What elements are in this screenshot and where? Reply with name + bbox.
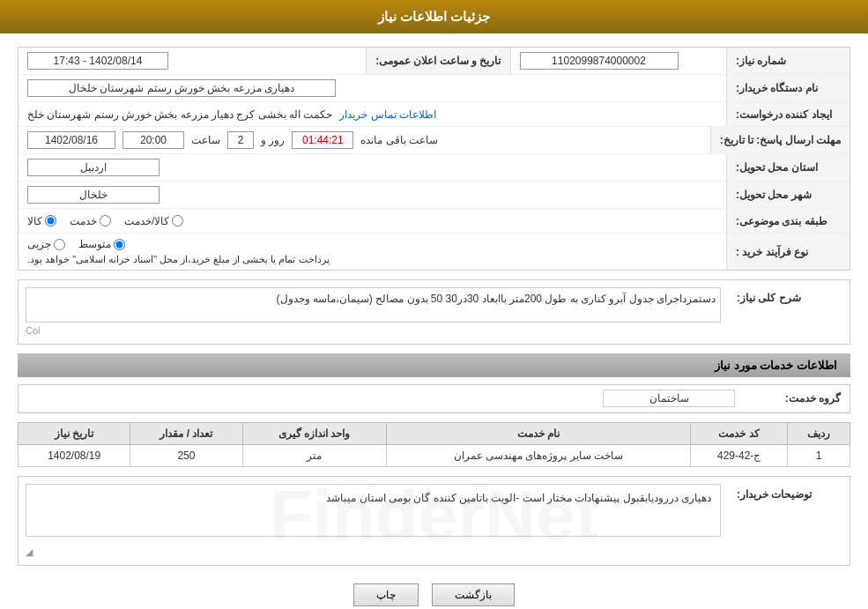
row-category: طبقه بندی موضوعی: کالا/خدمت خدمت <box>19 209 849 234</box>
need-number-value: 1102099874000002 <box>511 48 727 74</box>
table-cell-1: ج-42-429 <box>691 445 788 467</box>
announce-label: تاریخ و ساعت اعلان عمومی: <box>366 48 510 74</box>
process-radio-small[interactable] <box>54 239 65 250</box>
table-cell-2: ساخت سایر پروژه‌های مهندسی عمران <box>386 445 691 467</box>
category-label: طبقه بندی موضوعی: <box>726 209 849 233</box>
table-cell-4: 250 <box>130 445 242 467</box>
days-label: روز و <box>261 134 285 146</box>
category-label-goods: کالا <box>27 215 42 227</box>
need-desc-label: شرح کلی نیاز: <box>728 287 842 308</box>
need-desc-wrapper: دستمزداجرای جدول آبرو کناری به طول 200مت… <box>26 287 721 337</box>
category-option-1: کالا <box>27 215 56 227</box>
response-deadline-label: مهلت ارسال پاسخ: تا تاریخ: <box>710 127 849 153</box>
category-label-service: خدمت <box>70 215 97 227</box>
category-radio-service-goods[interactable] <box>172 215 183 227</box>
service-group-label: گروه خدمت: <box>735 392 841 405</box>
row-response-deadline: مهلت ارسال پاسخ: تا تاریخ: ساعت باقی مان… <box>19 127 849 154</box>
category-value: کالا/خدمت خدمت کالا <box>19 209 726 233</box>
row-process: نوع فرآیند خرید : متوسط جزیی <box>19 234 849 270</box>
need-number-box: 1102099874000002 <box>520 52 679 70</box>
main-info-section: شماره نیاز: 1102099874000002 تاریخ و ساع… <box>18 47 850 271</box>
process-label: نوع فرآیند خرید : <box>726 234 849 270</box>
page-header: جزئیات اطلاعات نیاز <box>0 0 868 33</box>
table-cell-5: 1402/08/19 <box>19 445 130 467</box>
announce-value: 1402/08/14 - 17:43 <box>19 48 366 74</box>
col-label-2: ◢ <box>26 546 33 557</box>
row-creator: ایجاد کننده درخواست: اطلاعات تماس خریدار… <box>19 102 849 127</box>
category-label-service-goods: کالا/خدمت <box>124 215 169 227</box>
time-label: ساعت <box>191 134 220 146</box>
buyer-box: دهیاری مزرعه بخش خورش رستم شهرستان خلخال <box>27 79 336 97</box>
city-label: شهر محل تحویل: <box>726 182 849 208</box>
announce-box: 1402/08/14 - 17:43 <box>27 52 168 70</box>
col-header-qty: تعداد / مقدار <box>130 423 242 445</box>
row-buyer: نام دستگاه خریدار: دهیاری مزرعه بخش خورش… <box>19 75 849 102</box>
process-option-medium: متوسط <box>78 238 125 250</box>
creator-value: اطلاعات تماس خریدار حکمت اله بخشی کرج ده… <box>19 102 726 126</box>
page-title: جزئیات اطلاعات نیاز <box>378 9 490 24</box>
col-header-name: نام خدمت <box>386 423 691 445</box>
service-info-title: اطلاعات خدمات مورد نیاز <box>18 353 850 377</box>
process-description: پرداخت تمام یا بخشی از مبلغ خرید،از محل … <box>27 254 334 265</box>
service-group-row: گروه خدمت: ساختمان <box>19 385 849 412</box>
city-box: خلخال <box>27 186 160 204</box>
category-radio-service[interactable] <box>100 215 111 227</box>
days-value: 2 <box>227 131 254 149</box>
category-radio-goods[interactable] <box>45 215 56 227</box>
response-deadline-value: ساعت باقی مانده 01:44:21 روز و 2 ساعت 20… <box>19 127 710 153</box>
table-cell-3: متر <box>242 445 386 467</box>
process-label-small: جزیی <box>27 238 51 250</box>
city-value: خلخال <box>19 182 726 208</box>
category-radio-group: کالا/خدمت خدمت کالا <box>27 215 183 227</box>
process-radio-medium[interactable] <box>114 239 125 250</box>
table-cell-0: 1 <box>787 445 849 467</box>
service-group-section: گروه خدمت: ساختمان <box>18 384 850 413</box>
process-value: متوسط جزیی پرداخت تمام یا بخشی از مبلغ خ… <box>19 234 726 270</box>
remaining-label: ساعت باقی مانده <box>360 134 438 146</box>
process-radio-group: متوسط جزیی <box>27 238 125 250</box>
buyer-desc-label: توضیحات خریدار: <box>728 484 842 505</box>
creator-label: ایجاد کننده درخواست: <box>726 102 849 126</box>
table-row: 1ج-42-429ساخت سایر پروژه‌های مهندسی عمرا… <box>19 445 850 467</box>
print-button[interactable]: چاپ <box>353 583 419 606</box>
need-desc-value: دستمزداجرای جدول آبرو کناری به طول 200مت… <box>26 287 721 323</box>
col-header-unit: واحد اندازه گیری <box>242 423 386 445</box>
col-header-code: کد خدمت <box>691 423 788 445</box>
services-table: ردیف کد خدمت نام خدمت واحد اندازه گیری ت… <box>18 422 850 467</box>
process-option-small: جزیی <box>27 238 65 250</box>
need-number-label: شماره نیاز: <box>726 48 849 74</box>
back-button[interactable]: بازگشت <box>432 583 515 606</box>
buyer-desc-wrapper: دهیاری دررودیابقبول پیشنهادات مختار است … <box>26 484 721 558</box>
row-province: استان محل تحویل: اردبیل <box>19 154 849 182</box>
province-box: اردبیل <box>27 159 160 176</box>
buyer-desc-value: دهیاری دررودیابقبول پیشنهادات مختار است … <box>26 484 721 537</box>
response-time: 20:00 <box>122 131 184 149</box>
response-date: 1402/08/16 <box>27 131 115 149</box>
col-label: Col <box>26 325 41 336</box>
row-need-number: شماره نیاز: 1102099874000002 تاریخ و ساع… <box>19 48 849 75</box>
action-buttons: بازگشت چاپ <box>18 575 850 609</box>
creator-name: حکمت اله بخشی کرج دهیار مزرعه بخش خورش ر… <box>27 108 332 121</box>
process-label-medium: متوسط <box>78 238 111 250</box>
creator-contact-link[interactable]: اطلاعات تماس خریدار <box>339 108 436 121</box>
category-option-2: خدمت <box>70 215 111 227</box>
services-table-section: ردیف کد خدمت نام خدمت واحد اندازه گیری ت… <box>18 422 850 467</box>
remaining-time: 01:44:21 <box>292 131 353 149</box>
province-value: اردبیل <box>19 154 726 181</box>
province-label: استان محل تحویل: <box>726 154 849 181</box>
col-header-row: ردیف <box>787 423 849 445</box>
service-group-value: ساختمان <box>603 390 735 407</box>
buyer-value: دهیاری مزرعه بخش خورش رستم شهرستان خلخال <box>19 75 726 101</box>
buyer-label: نام دستگاه خریدار: <box>726 75 849 101</box>
row-city: شهر محل تحویل: خلخال <box>19 182 849 209</box>
col-header-date: تاریخ نیاز <box>19 423 130 445</box>
category-option-3: کالا/خدمت <box>124 215 183 227</box>
